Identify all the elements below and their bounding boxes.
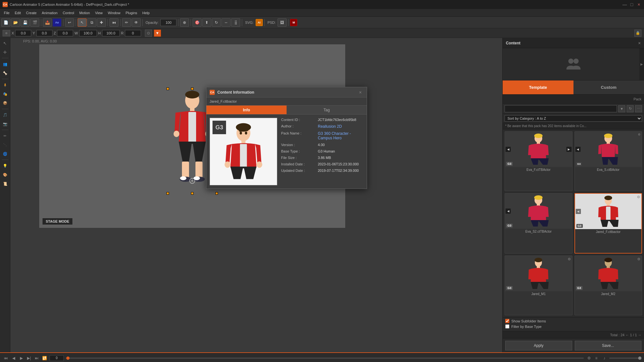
menu-control[interactable]: Control bbox=[60, 10, 77, 15]
modal-close-btn[interactable]: × bbox=[357, 89, 364, 96]
scene-tool[interactable]: 👥 bbox=[1, 60, 9, 68]
timeline-prev-btn[interactable]: ◀ bbox=[10, 355, 17, 361]
anchor-btn[interactable]: ⊕ bbox=[180, 18, 189, 27]
post-tool[interactable]: 🎨 bbox=[1, 171, 9, 179]
collect-btn[interactable]: 🎯 bbox=[193, 18, 202, 27]
x-input[interactable] bbox=[15, 30, 31, 36]
modal-tab-info[interactable]: Info bbox=[206, 106, 287, 114]
move-btn[interactable]: ⬆ bbox=[202, 18, 211, 27]
sort-select[interactable]: Sort by Category : A to Z bbox=[505, 115, 642, 122]
audio-tool[interactable]: 🎵 bbox=[1, 111, 9, 119]
menu-animation[interactable]: Animation bbox=[39, 10, 60, 15]
grid-item-6[interactable]: ⚙ G3 Jared_M2 bbox=[574, 255, 642, 315]
w-input[interactable] bbox=[79, 30, 97, 36]
edit-tool[interactable]: ✏ bbox=[1, 132, 9, 140]
panel-collapse-arrow[interactable]: ▶ bbox=[639, 48, 644, 80]
z-input[interactable] bbox=[57, 30, 73, 36]
undo-button[interactable]: ↩ bbox=[65, 18, 74, 27]
new-button[interactable]: 📄 bbox=[1, 18, 10, 27]
tab-template[interactable]: Template bbox=[503, 80, 573, 94]
modal-tab-tag[interactable]: Tag bbox=[287, 106, 367, 114]
grid-item-5[interactable]: ⚙ G3 Jared_M1 bbox=[505, 255, 573, 315]
nav-left-2[interactable]: ◀ bbox=[575, 147, 581, 152]
anim-tool[interactable]: 🎭 bbox=[1, 90, 9, 98]
lock-btn[interactable]: 🔒 bbox=[634, 30, 641, 37]
minimize-button[interactable]: — bbox=[622, 2, 627, 7]
handle-tm[interactable] bbox=[191, 88, 194, 90]
menu-window[interactable]: Window bbox=[105, 10, 123, 15]
refresh-icon-btn[interactable]: ↻ bbox=[627, 105, 634, 112]
prev-frame-button[interactable]: ⏮ bbox=[109, 18, 118, 27]
gear-icon-4[interactable]: ⚙ bbox=[637, 195, 640, 199]
pack-name-link[interactable]: G3 360 Character - Campus Hero bbox=[318, 131, 364, 140]
audio-playhead[interactable] bbox=[638, 357, 641, 360]
script-tool[interactable]: 📜 bbox=[1, 180, 9, 188]
timeline-start-btn[interactable]: ⏮ bbox=[3, 355, 9, 361]
copy-button[interactable]: ⧉ bbox=[87, 18, 96, 27]
grid-item-eva-s2[interactable]: G3 ◀ Eva_S2.ctTBActor bbox=[505, 193, 573, 254]
extra-btn[interactable]: M bbox=[290, 19, 297, 26]
flip-btn[interactable]: ↔ bbox=[222, 18, 231, 27]
subfolder-checkbox[interactable] bbox=[505, 319, 509, 323]
gear-icon-5[interactable]: ⚙ bbox=[568, 257, 571, 261]
bone-button[interactable]: ✚ bbox=[97, 18, 106, 27]
deform-tool[interactable]: ⋱ bbox=[1, 141, 9, 149]
select-button[interactable]: ↖ bbox=[78, 18, 87, 27]
base-type-checkbox[interactable] bbox=[505, 324, 509, 329]
handle-tl[interactable] bbox=[166, 88, 169, 90]
char-tool[interactable]: 🧍 bbox=[1, 81, 9, 89]
timeline-playhead[interactable] bbox=[66, 357, 70, 360]
filter-icon-btn[interactable]: ▼ bbox=[618, 105, 625, 112]
eye-button[interactable]: 👁 bbox=[132, 18, 141, 27]
pivot-btn[interactable]: ▼ bbox=[154, 30, 161, 37]
timeline-play-btn[interactable]: ▶ bbox=[18, 355, 24, 361]
ae-button[interactable]: Ae bbox=[52, 18, 62, 27]
spring-tool[interactable]: 🌀 bbox=[1, 150, 9, 158]
close-button[interactable]: × bbox=[636, 2, 641, 7]
paint-button[interactable]: ✏ bbox=[122, 18, 131, 27]
frame-input[interactable] bbox=[50, 355, 64, 361]
tab-custom[interactable]: Custom bbox=[573, 80, 644, 94]
grid-item-eva-s[interactable]: ⚙ G3 ◀ Eva_S.ctBActor bbox=[574, 131, 642, 191]
svg-ai-btn[interactable]: Ai bbox=[256, 19, 263, 26]
menu-motion[interactable]: Motion bbox=[77, 10, 92, 15]
grid-btn[interactable]: ⣿ bbox=[231, 18, 240, 27]
maximize-button[interactable]: □ bbox=[629, 2, 634, 7]
menu-plugins[interactable]: Plugins bbox=[123, 10, 140, 15]
rotate-btn[interactable]: ↻ bbox=[212, 18, 221, 27]
menu-file[interactable]: File bbox=[1, 10, 12, 15]
grid-item-eva-f[interactable]: G3 ◀ ▶ Eva_F.ctTBActor bbox=[505, 131, 573, 191]
bone-tool[interactable]: 🦴 bbox=[1, 69, 9, 77]
save-btn[interactable]: Save... bbox=[575, 341, 642, 350]
content-close-btn[interactable]: × bbox=[638, 41, 641, 46]
timeline-next-btn[interactable]: ▶| bbox=[26, 355, 32, 361]
nav-left-4[interactable]: ◀ bbox=[576, 209, 581, 214]
nav-left-1[interactable]: ◀ bbox=[506, 147, 511, 152]
menu-edit[interactable]: Edit bbox=[12, 10, 24, 15]
content-search-input[interactable] bbox=[505, 105, 617, 112]
gear-icon-6[interactable]: ⚙ bbox=[637, 257, 640, 261]
anchor-mode-btn[interactable]: ⊙ bbox=[145, 30, 152, 37]
save-button[interactable]: 💾 bbox=[21, 18, 30, 27]
r-input[interactable] bbox=[125, 30, 141, 36]
export-button[interactable]: 📤 bbox=[43, 18, 52, 27]
handle-bm[interactable] bbox=[191, 192, 194, 195]
author-link[interactable]: Reallusion 2D bbox=[318, 124, 342, 129]
y-input[interactable] bbox=[36, 30, 52, 36]
light-tool[interactable]: 💡 bbox=[1, 162, 9, 170]
timeline-end-btn[interactable]: ⏭ bbox=[33, 355, 40, 361]
nav-right-1[interactable]: ▶ bbox=[566, 147, 572, 152]
more-icon-btn[interactable]: ⋯ bbox=[635, 105, 642, 112]
timeline-audio-bar[interactable] bbox=[609, 357, 641, 359]
cam-tool[interactable]: 📷 bbox=[1, 120, 9, 128]
pointer-tool[interactable]: ↖ bbox=[1, 39, 9, 47]
nav-left-3[interactable]: ◀ bbox=[506, 209, 511, 214]
timeline-list-btn[interactable]: ≡ bbox=[593, 355, 600, 361]
handle-bl[interactable] bbox=[166, 192, 169, 195]
menu-help[interactable]: Help bbox=[140, 10, 152, 15]
timeline-loop-btn[interactable]: 🔁 bbox=[41, 355, 48, 361]
h-input[interactable] bbox=[102, 30, 120, 36]
prop-tool[interactable]: 📦 bbox=[1, 99, 9, 107]
settings-btn[interactable]: ⚙ bbox=[586, 355, 592, 361]
menu-view[interactable]: View bbox=[92, 10, 105, 15]
